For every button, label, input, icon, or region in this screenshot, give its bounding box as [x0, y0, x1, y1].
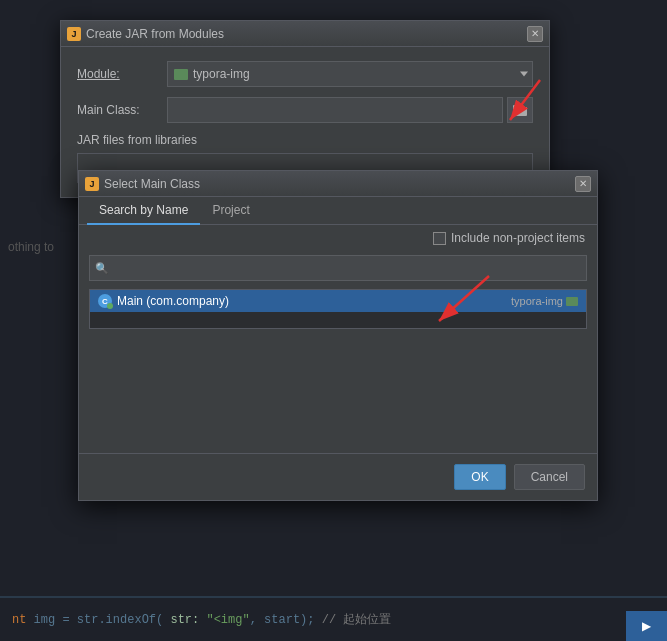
jar-title-text: Create JAR from Modules — [86, 27, 224, 41]
main-class-label: Main Class: — [77, 103, 167, 117]
svg-rect-0 — [513, 107, 527, 116]
results-list: C Main (com.company) typora-img — [89, 289, 587, 329]
dialog-select-class: J Select Main Class ✕ Search by Name Pro… — [78, 170, 598, 501]
result-module-icon — [566, 297, 578, 306]
dialog-create-jar-titlebar: J Create JAR from Modules ✕ — [61, 21, 549, 47]
titlebar-left: J Create JAR from Modules — [67, 27, 224, 41]
include-non-project-checkbox[interactable] — [433, 232, 446, 245]
tabs-bar: Search by Name Project — [79, 197, 597, 225]
select-class-titlebar: J Select Main Class ✕ — [79, 171, 597, 197]
code-line: nt img = str.indexOf( str: "<img", start… — [12, 611, 391, 628]
folder-icon — [513, 104, 527, 116]
left-side-text: othing to — [8, 240, 54, 254]
main-class-input[interactable] — [167, 97, 503, 123]
include-non-project-row: Include non-project items — [79, 225, 597, 251]
dropdown-arrow-icon — [520, 72, 528, 77]
result-item-main[interactable]: C Main (com.company) typora-img — [90, 290, 586, 312]
ok-button[interactable]: OK — [454, 464, 505, 490]
result-item-left: C Main (com.company) — [98, 294, 229, 308]
module-value: typora-img — [193, 67, 250, 81]
module-folder-icon — [174, 69, 188, 80]
jar-title-icon: J — [67, 27, 81, 41]
search-icon: 🔍 — [95, 262, 109, 275]
module-control: typora-img — [167, 61, 533, 87]
bottom-tab[interactable]: ▶ — [626, 611, 667, 641]
dialog-footer: OK Cancel — [79, 453, 597, 500]
main-class-control — [167, 97, 533, 123]
result-class-name: Main (com.company) — [117, 294, 229, 308]
include-non-project-label: Include non-project items — [451, 231, 585, 245]
bottom-code-bar: nt img = str.indexOf( str: "<img", start… — [0, 596, 667, 641]
bottom-tab-bar: ▶ — [626, 611, 667, 641]
result-module-tag: typora-img — [511, 295, 578, 307]
result-module-name: typora-img — [511, 295, 563, 307]
select-class-close-button[interactable]: ✕ — [575, 176, 591, 192]
tab-search-by-name[interactable]: Search by Name — [87, 197, 200, 225]
select-class-title-text: Select Main Class — [104, 177, 200, 191]
search-input[interactable] — [89, 255, 587, 281]
main-class-row: Main Class: — [77, 97, 533, 123]
class-icon: C — [98, 294, 112, 308]
module-dropdown[interactable]: typora-img — [167, 61, 533, 87]
select-class-title-icon: J — [85, 177, 99, 191]
svg-rect-1 — [513, 105, 519, 108]
search-input-wrapper: 🔍 — [89, 255, 587, 281]
jar-files-label: JAR files from libraries — [77, 133, 533, 147]
module-label: Module: — [77, 67, 167, 81]
jar-close-button[interactable]: ✕ — [527, 26, 543, 42]
module-row: Module: typora-img — [77, 61, 533, 87]
cancel-button[interactable]: Cancel — [514, 464, 585, 490]
browse-button[interactable] — [507, 97, 533, 123]
tab-project[interactable]: Project — [200, 197, 261, 225]
green-dot-icon — [107, 303, 113, 309]
results-spacer — [79, 333, 597, 453]
select-class-titlebar-left: J Select Main Class — [85, 177, 200, 191]
search-input-row: 🔍 — [79, 251, 597, 285]
